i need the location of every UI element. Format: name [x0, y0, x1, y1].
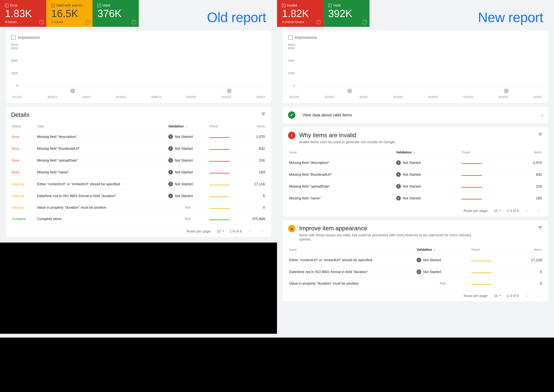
col-status[interactable]: Status: [11, 122, 36, 131]
trend-sparkline: [209, 196, 230, 197]
col-trend[interactable]: Trend: [460, 148, 516, 157]
new-headline: New report: [478, 9, 543, 25]
table-row[interactable]: Error Missing field "description" iNot S…: [11, 131, 266, 143]
col-type[interactable]: Type: [36, 122, 167, 131]
trend-sparkline: [209, 137, 230, 138]
x-tick: 3/11/22: [12, 95, 22, 99]
prev-page-button[interactable]: ‹: [524, 208, 530, 214]
trend-sparkline: [209, 173, 230, 173]
help-icon[interactable]: ?: [362, 20, 367, 24]
table-row[interactable]: Missing field "description" iNot Started…: [288, 157, 543, 169]
col-items[interactable]: Items: [516, 245, 543, 254]
table-row[interactable]: Error Missing field "name" iNot Started …: [11, 166, 266, 178]
x-tick: 6/3/22: [533, 95, 542, 99]
col-validation[interactable]: Validation ↓: [416, 245, 470, 254]
items-count: 216: [516, 181, 543, 192]
improve-title: Improve item appearance: [299, 225, 476, 232]
items-count: 375,909: [243, 213, 266, 225]
summary-pill-red[interactable]: ✓Invalid 1.82K 4 critical issues ?: [277, 0, 323, 27]
trend-sparkline: [471, 284, 492, 285]
issue-type: Missing field "uploadDate": [37, 158, 78, 162]
summary-pill-amber[interactable]: ✓Valid with warnin… 16.5K 2 issues ?: [46, 0, 92, 27]
event-marker-icon[interactable]: !: [70, 89, 75, 93]
impressions-toggle[interactable]: Impressions: [288, 35, 543, 40]
impressions-toggle[interactable]: Impressions: [11, 35, 266, 40]
issue-type: Missing field "uploadDate": [289, 184, 330, 188]
summary-pill-green[interactable]: ✓Valid 376K ?: [92, 0, 139, 27]
help-icon[interactable]: ?: [316, 20, 321, 24]
summary-pill-green[interactable]: ✓Valid 392K ?: [323, 0, 369, 27]
rows-per-page-select[interactable]: 10: [217, 229, 224, 233]
items-chart: Items 600K400K200K0 !! 3/11/223/23/224/4…: [11, 43, 266, 99]
pill-label: Valid: [102, 3, 110, 7]
table-row[interactable]: Complete Complete items N/A 375,909: [11, 213, 266, 225]
event-marker-icon[interactable]: !: [504, 89, 509, 93]
x-tick: 4/4/22: [83, 95, 91, 99]
table-row[interactable]: Error Missing field "uploadDate" iNot St…: [11, 154, 266, 166]
col-issue[interactable]: Issue: [288, 148, 395, 157]
event-marker-icon[interactable]: !: [347, 89, 352, 93]
summary-pill-red[interactable]: ✓Error 1.83K 4 issues ?: [0, 0, 46, 27]
trend-sparkline: [462, 163, 482, 164]
issue-type: Missing field "name": [289, 196, 321, 200]
col-trend[interactable]: Trend: [208, 122, 243, 131]
rows-per-page-select[interactable]: 10: [494, 209, 501, 213]
invalid-card: ! Why items are invalid Invalid items ca…: [283, 127, 548, 217]
table-row[interactable]: Missing field "thumbnailUrl" iNot Starte…: [288, 169, 543, 181]
pill-sub: 4 critical issues: [282, 20, 318, 24]
help-icon[interactable]: ?: [39, 20, 44, 24]
rows-per-page-label: Rows per page:: [464, 294, 488, 298]
issue-type: Value in property "duration" must be pos…: [289, 281, 358, 285]
trend-cell: [208, 213, 243, 225]
items-count: 17,116: [516, 254, 543, 266]
valid-items-link[interactable]: ✓ View data about valid items ›: [283, 107, 548, 123]
filter-icon[interactable]: [261, 111, 266, 117]
prev-page-button[interactable]: ‹: [524, 293, 530, 299]
validation-cell: iNot Started: [167, 143, 208, 154]
event-marker-icon[interactable]: !: [227, 89, 232, 93]
items-count: 183: [516, 192, 543, 204]
next-page-button[interactable]: ›: [536, 208, 542, 214]
trend-sparkline: [462, 187, 482, 188]
table-row[interactable]: Missing field "name" iNot Started 183: [288, 192, 543, 204]
col-validation[interactable]: Validation ↓: [167, 122, 208, 131]
prev-page-button[interactable]: ‹: [247, 228, 253, 234]
pill-sub: 4 issues: [5, 20, 41, 24]
table-row[interactable]: Warning Either "contentUrl" or "embedUrl…: [11, 178, 266, 190]
filter-icon[interactable]: [538, 132, 543, 137]
items-count: 5: [516, 266, 543, 278]
items-count: 1,070: [516, 157, 543, 169]
table-row[interactable]: Warning Date/time not in ISO 8601 format…: [11, 190, 266, 202]
table-row[interactable]: Date/time not in ISO 8601 format in fiel…: [288, 266, 543, 278]
table-row[interactable]: Missing field "uploadDate" iNot Started …: [288, 181, 543, 192]
table-row[interactable]: Warning Value in property "duration" mus…: [11, 202, 266, 213]
table-row[interactable]: Either "contentUrl" or "embedUrl" should…: [288, 254, 543, 266]
col-issue[interactable]: Issue: [288, 245, 416, 254]
help-icon[interactable]: ?: [85, 20, 90, 24]
pill-value: 392K: [328, 8, 365, 19]
rows-per-page-label: Rows per page:: [187, 229, 211, 233]
rows-per-page-select[interactable]: 10: [494, 294, 501, 298]
help-icon[interactable]: ?: [132, 20, 136, 24]
table-row[interactable]: Value in property "duration" must be pos…: [288, 278, 543, 289]
trend-cell: [470, 266, 516, 278]
validation-cell: iNot Started: [395, 157, 460, 169]
x-tick: 4/16/22: [393, 95, 403, 99]
filter-icon[interactable]: [538, 225, 543, 230]
col-items[interactable]: Items: [243, 122, 266, 131]
info-dot-icon: i: [396, 184, 401, 189]
caret-down-icon: [222, 231, 224, 232]
trend-sparkline: [471, 261, 492, 261]
col-validation[interactable]: Validation ↓: [395, 148, 460, 157]
info-dot-icon: i: [168, 158, 173, 163]
col-trend[interactable]: Trend: [470, 245, 516, 254]
pill-value: 1.82K: [282, 8, 318, 19]
trend-sparkline: [209, 185, 230, 185]
validation-cell: iNot Started: [167, 131, 208, 143]
x-tick: 3/23/22: [324, 95, 334, 99]
col-items[interactable]: Items: [516, 148, 543, 157]
next-page-button[interactable]: ›: [536, 293, 542, 299]
next-page-button[interactable]: ›: [259, 228, 265, 234]
table-row[interactable]: Error Missing field "thumbnailUrl" iNot …: [11, 143, 266, 154]
x-tick: 5/22/22: [221, 95, 231, 99]
